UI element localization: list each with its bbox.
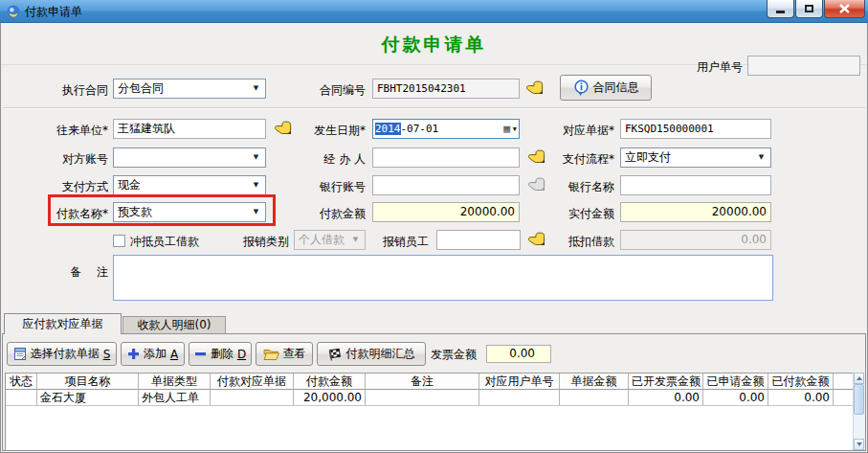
chevron-down-icon[interactable]: ▼ <box>249 176 263 194</box>
user-doc-no-field[interactable] <box>747 56 860 76</box>
contract-no-label: 合同编号 <box>281 82 366 98</box>
column-header: 已开发票金额 <box>629 374 703 390</box>
chevron-down-icon[interactable]: ▼ <box>249 148 263 167</box>
contract-no-field[interactable]: FBHT2015042301 <box>372 79 520 99</box>
column-header: 已申请金额 <box>703 374 768 390</box>
cell-project-name: 金石大厦 <box>37 390 139 406</box>
table-row[interactable]: 金石大厦 外包人工单 20,000.00 0.00 0.00 0.00 <box>6 390 856 406</box>
delete-button[interactable]: 删除D <box>189 342 252 366</box>
counterpart-label: 往来单位* <box>29 123 108 138</box>
chevron-down-icon[interactable]: ▼ <box>754 148 768 167</box>
scrollbar-thumb[interactable] <box>854 384 864 415</box>
payment-method-combobox[interactable]: 现金 ▼ <box>113 175 266 195</box>
remark-textarea[interactable] <box>113 255 773 301</box>
table-vertical-scrollbar[interactable] <box>853 373 864 450</box>
titlebar: 付款申请单 <box>0 0 868 23</box>
payment-detail-summary-label: 付款明细汇总 <box>346 346 415 362</box>
payment-request-window: 付款申请单 付款申请单 用户单号 执行合同 分包合同 ▼ 合同编号 FBHT20… <box>0 0 868 453</box>
payment-flow-combobox[interactable]: 立即支付 ▼ <box>620 147 771 168</box>
column-header: 备注 <box>366 374 479 390</box>
corresponding-doc-field[interactable]: FKSQD150000001 <box>620 119 771 139</box>
actual-amount-field[interactable]: 20000.00 <box>620 202 771 222</box>
minimize-button[interactable] <box>767 0 794 18</box>
view-label: 查看 <box>283 346 306 362</box>
scroll-down-button[interactable] <box>854 439 864 450</box>
delete-label: 删除 <box>211 346 234 362</box>
add-label: 添加 <box>144 346 167 362</box>
handler-field[interactable] <box>372 147 520 168</box>
close-button[interactable] <box>824 0 865 18</box>
user-doc-no-label: 用户单号 <box>664 59 743 75</box>
occur-date-picker[interactable]: 2014 -07-01 ▦ ▼ <box>372 119 520 139</box>
cell-applied-amount: 0.00 <box>703 390 768 406</box>
select-payment-doc-button[interactable]: 选择付款单据S <box>7 342 117 366</box>
chevron-down-icon[interactable]: ▼ <box>513 125 517 133</box>
cell-paid-amount: 0.00 <box>768 390 834 406</box>
column-header: 已付款金额 <box>768 374 834 390</box>
highlight-red-box <box>48 194 276 226</box>
plus-icon <box>127 348 140 360</box>
payment-amount-field[interactable]: 20000.00 <box>372 202 520 222</box>
column-header: 对应用户单号 <box>479 374 560 390</box>
exec-contract-combobox[interactable]: 分包合同 ▼ <box>113 79 266 99</box>
column-header: 付款对应单据 <box>211 374 294 390</box>
close-icon <box>839 4 850 13</box>
invoice-amount-label: 发票金额 <box>431 347 480 362</box>
bank-name-field[interactable] <box>620 175 771 195</box>
bank-name-label: 银行名称 <box>529 179 614 194</box>
reimburse-employee-label: 报销员工 <box>381 234 429 249</box>
delete-key: D <box>237 348 246 361</box>
contract-info-button[interactable]: 合同信息 <box>560 75 652 101</box>
page-title: 付款申请单 <box>0 33 868 57</box>
corresponding-doc-label: 对应单据* <box>529 123 614 138</box>
handler-label: 经 办 人 <box>281 151 366 167</box>
counterpart-account-combobox[interactable]: ▼ <box>113 147 266 168</box>
calendar-icon[interactable]: ▦ <box>503 124 510 134</box>
offset-loan-checkbox[interactable] <box>113 235 125 247</box>
counterpart-field[interactable]: 王猛建筑队 <box>113 119 266 139</box>
select-payment-doc-label: 选择付款单据 <box>31 346 100 362</box>
column-header: 状态 <box>6 374 37 390</box>
tab-payable-docs[interactable]: 应付款对应单据 <box>4 313 122 334</box>
select-payment-doc-key: S <box>103 348 111 361</box>
add-button[interactable]: 添加A <box>121 342 185 366</box>
exec-contract-value: 分包合同 <box>118 81 164 95</box>
date-year-selected: 2014 <box>375 123 401 135</box>
chevron-down-icon[interactable]: ▼ <box>249 79 263 98</box>
deduct-loan-label: 抵扣借款 <box>529 234 614 249</box>
bank-account-field[interactable] <box>372 175 520 195</box>
cell-invoiced-amount: 0.00 <box>629 390 703 406</box>
tab-payee-detail[interactable]: 收款人明细(0) <box>122 316 226 334</box>
bank-account-label: 银行账号 <box>281 179 366 194</box>
cell-status <box>6 390 37 406</box>
scroll-up-button[interactable] <box>854 373 864 384</box>
window-controls <box>766 0 865 18</box>
reimburse-type-label: 报销类别 <box>230 234 289 249</box>
window-title: 付款申请单 <box>25 4 82 20</box>
maximize-button[interactable] <box>795 0 823 18</box>
picker-hand-icon[interactable] <box>525 80 545 96</box>
column-header: 项目名称 <box>37 374 139 390</box>
view-button[interactable]: 查看 <box>256 342 313 366</box>
occur-date-label: 发生日期* <box>281 123 366 138</box>
chevron-down-icon: ▼ <box>348 231 363 249</box>
document-icon <box>13 347 27 361</box>
invoice-amount-field: 0.00 <box>486 345 551 363</box>
payment-detail-summary-button[interactable]: 付款明细汇总 <box>317 342 426 366</box>
offset-loan-label: 冲抵员工借款 <box>130 234 216 249</box>
reimburse-employee-field[interactable] <box>436 230 521 250</box>
info-icon <box>573 79 590 97</box>
maximize-icon <box>805 5 813 12</box>
separator <box>3 107 865 109</box>
actual-amount-label: 实付金额 <box>529 206 614 221</box>
arrow-down-icon <box>857 442 862 446</box>
column-header: 单据金额 <box>560 374 629 390</box>
reimburse-type-value: 个人借款 <box>299 233 345 246</box>
counterpart-account-label: 对方账号 <box>29 151 108 167</box>
checkered-flag-icon <box>328 348 343 361</box>
cell-payment-amount: 20,000.00 <box>294 390 366 406</box>
date-rest: -07-01 <box>401 123 439 135</box>
deduct-loan-field: 0.00 <box>620 230 771 250</box>
column-header: 付款金额 <box>294 374 366 390</box>
cell-payment-doc <box>211 390 294 406</box>
